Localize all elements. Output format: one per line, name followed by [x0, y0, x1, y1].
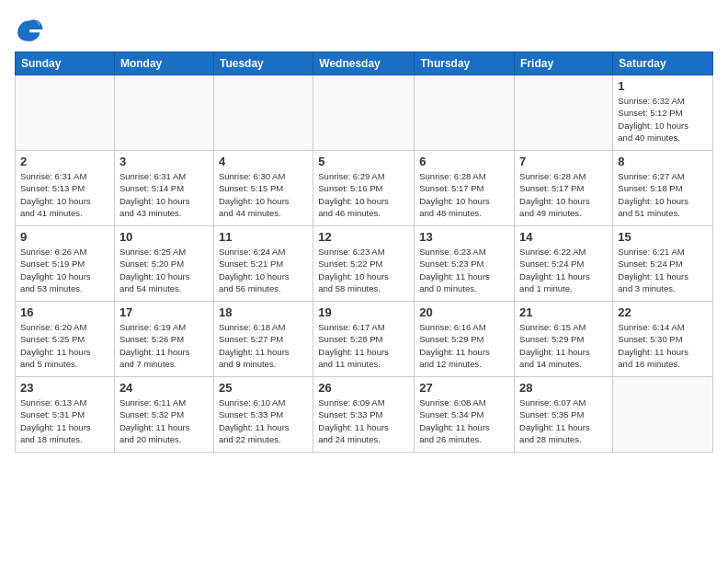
day-info: Sunrise: 6:07 AM Sunset: 5:35 PM Dayligh… [519, 396, 608, 445]
weekday-header-wednesday: Wednesday [313, 52, 415, 75]
calendar-cell: 1Sunrise: 6:32 AM Sunset: 5:12 PM Daylig… [613, 75, 713, 151]
day-info: Sunrise: 6:21 AM Sunset: 5:24 PM Dayligh… [618, 246, 708, 294]
day-number: 18 [219, 305, 308, 319]
weekday-header-row: SundayMondayTuesdayWednesdayThursdayFrid… [16, 52, 713, 75]
day-info: Sunrise: 6:13 AM Sunset: 5:31 PM Dayligh… [20, 396, 109, 445]
day-number: 5 [318, 155, 409, 168]
day-number: 4 [219, 155, 308, 168]
calendar-cell: 8Sunrise: 6:27 AM Sunset: 5:18 PM Daylig… [613, 151, 713, 226]
day-info: Sunrise: 6:23 AM Sunset: 5:23 PM Dayligh… [419, 246, 509, 294]
day-number: 14 [519, 230, 608, 244]
weekday-header-friday: Friday [515, 52, 613, 75]
day-info: Sunrise: 6:10 AM Sunset: 5:33 PM Dayligh… [219, 396, 308, 445]
day-number: 15 [618, 230, 708, 244]
day-info: Sunrise: 6:19 AM Sunset: 5:26 PM Dayligh… [119, 321, 209, 370]
calendar-cell: 28Sunrise: 6:07 AM Sunset: 5:35 PM Dayli… [515, 377, 613, 453]
day-info: Sunrise: 6:31 AM Sunset: 5:13 PM Dayligh… [20, 170, 109, 219]
calendar-cell: 12Sunrise: 6:23 AM Sunset: 5:22 PM Dayli… [313, 226, 415, 302]
calendar-cell: 10Sunrise: 6:25 AM Sunset: 5:20 PM Dayli… [114, 226, 213, 302]
weekday-header-thursday: Thursday [415, 52, 515, 75]
day-number: 24 [119, 381, 209, 395]
calendar-cell: 4Sunrise: 6:30 AM Sunset: 5:15 PM Daylig… [213, 151, 313, 226]
day-info: Sunrise: 6:23 AM Sunset: 5:22 PM Dayligh… [318, 246, 409, 294]
calendar-week-4: 16Sunrise: 6:20 AM Sunset: 5:25 PM Dayli… [16, 302, 713, 377]
calendar-cell: 3Sunrise: 6:31 AM Sunset: 5:14 PM Daylig… [114, 151, 213, 226]
calendar-cell: 24Sunrise: 6:11 AM Sunset: 5:32 PM Dayli… [114, 377, 213, 453]
calendar-cell [415, 75, 515, 151]
calendar-cell: 14Sunrise: 6:22 AM Sunset: 5:24 PM Dayli… [515, 226, 613, 302]
day-number: 28 [519, 381, 608, 395]
page-container: SundayMondayTuesdayWednesdayThursdayFrid… [0, 0, 728, 563]
day-number: 7 [519, 155, 608, 168]
day-info: Sunrise: 6:28 AM Sunset: 5:17 PM Dayligh… [419, 170, 509, 219]
calendar-cell [213, 75, 313, 151]
calendar-cell [16, 75, 115, 151]
calendar-cell: 20Sunrise: 6:16 AM Sunset: 5:29 PM Dayli… [415, 302, 515, 377]
day-info: Sunrise: 6:32 AM Sunset: 5:12 PM Dayligh… [618, 95, 708, 144]
calendar-cell: 22Sunrise: 6:14 AM Sunset: 5:30 PM Dayli… [613, 302, 713, 377]
calendar-cell: 27Sunrise: 6:08 AM Sunset: 5:34 PM Dayli… [415, 377, 515, 453]
calendar-cell: 5Sunrise: 6:29 AM Sunset: 5:16 PM Daylig… [313, 151, 415, 226]
calendar-cell: 25Sunrise: 6:10 AM Sunset: 5:33 PM Dayli… [213, 377, 313, 453]
calendar-cell: 21Sunrise: 6:15 AM Sunset: 5:29 PM Dayli… [515, 302, 613, 377]
day-info: Sunrise: 6:30 AM Sunset: 5:15 PM Dayligh… [219, 170, 308, 219]
calendar-cell: 9Sunrise: 6:26 AM Sunset: 5:19 PM Daylig… [16, 226, 115, 302]
calendar-week-1: 1Sunrise: 6:32 AM Sunset: 5:12 PM Daylig… [16, 75, 713, 151]
calendar-table: SundayMondayTuesdayWednesdayThursdayFrid… [15, 52, 713, 453]
calendar-cell: 2Sunrise: 6:31 AM Sunset: 5:13 PM Daylig… [16, 151, 115, 226]
day-number: 17 [119, 305, 209, 319]
calendar-cell: 17Sunrise: 6:19 AM Sunset: 5:26 PM Dayli… [114, 302, 213, 377]
day-info: Sunrise: 6:15 AM Sunset: 5:29 PM Dayligh… [519, 321, 608, 370]
day-info: Sunrise: 6:16 AM Sunset: 5:29 PM Dayligh… [419, 321, 509, 370]
weekday-header-monday: Monday [114, 52, 213, 75]
day-number: 2 [20, 155, 109, 168]
calendar-cell: 15Sunrise: 6:21 AM Sunset: 5:24 PM Dayli… [613, 226, 713, 302]
day-number: 3 [119, 155, 209, 168]
day-info: Sunrise: 6:14 AM Sunset: 5:30 PM Dayligh… [618, 321, 708, 370]
day-number: 9 [20, 230, 109, 244]
weekday-header-saturday: Saturday [613, 52, 713, 75]
day-number: 22 [618, 305, 708, 319]
calendar-cell [313, 75, 415, 151]
day-info: Sunrise: 6:27 AM Sunset: 5:18 PM Dayligh… [618, 170, 708, 219]
day-info: Sunrise: 6:20 AM Sunset: 5:25 PM Dayligh… [20, 321, 109, 370]
calendar-cell: 6Sunrise: 6:28 AM Sunset: 5:17 PM Daylig… [415, 151, 515, 226]
calendar-cell: 16Sunrise: 6:20 AM Sunset: 5:25 PM Dayli… [16, 302, 115, 377]
day-info: Sunrise: 6:24 AM Sunset: 5:21 PM Dayligh… [219, 246, 308, 294]
day-number: 11 [219, 230, 308, 244]
calendar-week-5: 23Sunrise: 6:13 AM Sunset: 5:31 PM Dayli… [16, 377, 713, 453]
calendar-cell: 19Sunrise: 6:17 AM Sunset: 5:28 PM Dayli… [313, 302, 415, 377]
day-number: 20 [419, 305, 509, 319]
calendar-cell: 13Sunrise: 6:23 AM Sunset: 5:23 PM Dayli… [415, 226, 515, 302]
logo-icon [15, 15, 44, 44]
day-number: 19 [318, 305, 409, 319]
day-number: 26 [318, 381, 409, 395]
page-header [15, 15, 713, 44]
day-number: 23 [20, 381, 109, 395]
day-number: 21 [519, 305, 608, 319]
day-info: Sunrise: 6:09 AM Sunset: 5:33 PM Dayligh… [318, 396, 409, 445]
day-info: Sunrise: 6:26 AM Sunset: 5:19 PM Dayligh… [20, 246, 109, 294]
day-info: Sunrise: 6:28 AM Sunset: 5:17 PM Dayligh… [519, 170, 608, 219]
day-info: Sunrise: 6:11 AM Sunset: 5:32 PM Dayligh… [119, 396, 209, 445]
day-number: 8 [618, 155, 708, 168]
day-number: 27 [419, 381, 509, 395]
day-info: Sunrise: 6:18 AM Sunset: 5:27 PM Dayligh… [219, 321, 308, 370]
day-info: Sunrise: 6:22 AM Sunset: 5:24 PM Dayligh… [519, 246, 608, 294]
calendar-cell [114, 75, 213, 151]
calendar-cell [613, 377, 713, 453]
day-number: 1 [618, 79, 708, 93]
day-info: Sunrise: 6:31 AM Sunset: 5:14 PM Dayligh… [119, 170, 209, 219]
day-number: 25 [219, 381, 308, 395]
weekday-header-sunday: Sunday [16, 52, 115, 75]
day-number: 10 [119, 230, 209, 244]
calendar-week-2: 2Sunrise: 6:31 AM Sunset: 5:13 PM Daylig… [16, 151, 713, 226]
day-info: Sunrise: 6:17 AM Sunset: 5:28 PM Dayligh… [318, 321, 409, 370]
day-info: Sunrise: 6:25 AM Sunset: 5:20 PM Dayligh… [119, 246, 209, 294]
calendar-cell: 26Sunrise: 6:09 AM Sunset: 5:33 PM Dayli… [313, 377, 415, 453]
calendar-cell: 23Sunrise: 6:13 AM Sunset: 5:31 PM Dayli… [16, 377, 115, 453]
calendar-cell: 11Sunrise: 6:24 AM Sunset: 5:21 PM Dayli… [213, 226, 313, 302]
calendar-cell [515, 75, 613, 151]
day-info: Sunrise: 6:29 AM Sunset: 5:16 PM Dayligh… [318, 170, 409, 219]
day-info: Sunrise: 6:08 AM Sunset: 5:34 PM Dayligh… [419, 396, 509, 445]
